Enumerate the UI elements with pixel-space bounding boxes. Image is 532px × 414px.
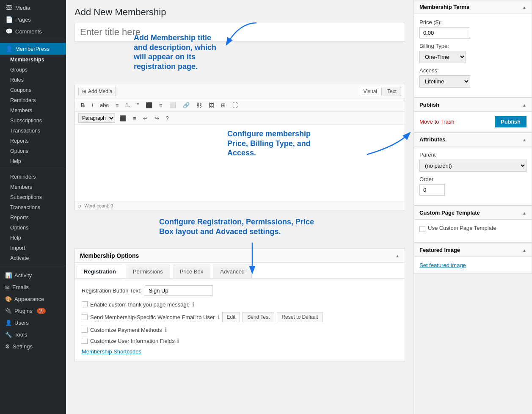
edit-button[interactable]: Edit <box>222 312 240 322</box>
ordered-list-button[interactable]: 1. <box>123 101 133 110</box>
checkbox-payment-methods-input[interactable] <box>82 327 88 333</box>
help-button[interactable]: ? <box>163 114 171 123</box>
sidebar-item-plugins[interactable]: 🔌 Plugins 19 <box>0 304 66 316</box>
featured-image-collapse[interactable] <box>522 247 526 253</box>
memberpress-submenu: Memberships Groups Rules Coupons Reminde… <box>0 55 66 166</box>
sidebar-sub-members[interactable]: Members <box>0 105 66 116</box>
set-featured-image-link[interactable]: Set featured image <box>419 262 466 268</box>
tab-visual[interactable]: Visual <box>359 87 382 96</box>
sidebar-sub-reminders-2[interactable]: Reminders <box>0 172 66 182</box>
sidebar-item-comments[interactable]: 💬 Comments <box>0 25 66 37</box>
membership-terms-header: Membership Terms <box>414 0 532 14</box>
tab-text[interactable]: Text <box>383 87 401 96</box>
align-center-2-button[interactable]: ≡ <box>130 114 139 123</box>
sidebar-sub-groups[interactable]: Groups <box>0 65 66 75</box>
tab-permissions[interactable]: Permissions <box>126 265 170 278</box>
add-media-label: Add Media <box>88 88 112 94</box>
annotation-arrow-2 <box>363 129 413 163</box>
info-icon-2[interactable]: ℹ <box>218 314 220 320</box>
order-input[interactable] <box>419 184 445 196</box>
align-right-button[interactable]: ⬜ <box>167 101 179 110</box>
italic-button[interactable]: I <box>89 101 96 110</box>
link-button[interactable]: 🔗 <box>180 101 192 110</box>
custom-page-template-body: Use Custom Page Template <box>414 220 532 242</box>
attributes-collapse[interactable] <box>522 137 526 143</box>
annotation-text-3: Configure Registration, Permissions, Pri… <box>159 217 413 236</box>
undo-button[interactable]: ↩ <box>141 114 150 123</box>
align-left-button[interactable]: ⬛ <box>143 101 155 110</box>
parent-select[interactable]: (no parent) <box>419 160 526 172</box>
fullscreen-button[interactable]: ⛶ <box>230 101 240 110</box>
sidebar-item-users[interactable]: 👤 Users <box>0 316 66 328</box>
align-center-button[interactable]: ≡ <box>157 101 165 110</box>
sidebar-sub-options-1[interactable]: Options <box>0 146 66 156</box>
sidebar-label-appearance: Appearance <box>14 296 44 302</box>
unordered-list-button[interactable]: ≡ <box>113 101 121 110</box>
sidebar-sub-subscriptions[interactable]: Subscriptions <box>0 116 66 126</box>
sidebar-label-plugins: Plugins <box>14 308 33 314</box>
sidebar-sub-reports-1[interactable]: Reports <box>0 136 66 146</box>
custom-page-template-collapse[interactable] <box>522 210 526 216</box>
billing-type-select[interactable]: One-Time Recurring <box>419 51 466 63</box>
info-icon-1[interactable]: ℹ <box>192 301 194 308</box>
price-label: Price ($): <box>419 19 526 25</box>
title-input[interactable] <box>74 23 405 41</box>
strikethrough-button[interactable]: abc <box>97 101 111 110</box>
sidebar-item-appearance[interactable]: 🎨 Appearance <box>0 293 66 304</box>
insert-image-button[interactable]: 🖼 <box>206 101 217 110</box>
sidebar-sub-coupons[interactable]: Coupons <box>0 85 66 95</box>
sidebar-sub-help-1[interactable]: Help <box>0 156 66 166</box>
membership-shortcodes-link[interactable]: Membership Shortcodes <box>82 348 141 355</box>
publish-collapse[interactable] <box>522 102 526 108</box>
sidebar-item-settings[interactable]: ⚙ Settings <box>0 340 66 352</box>
sidebar-sub-subscriptions-2[interactable]: Subscriptions <box>0 192 66 202</box>
info-icon-4[interactable]: ℹ <box>177 337 179 344</box>
add-media-button[interactable]: ⊞ Add Media <box>78 87 116 96</box>
editor-content[interactable] <box>75 125 405 201</box>
sidebar-item-media[interactable]: 🖼 Media <box>0 2 66 14</box>
access-select[interactable]: Lifetime Fixed Date Expire After <box>419 75 470 88</box>
move-to-trash-link[interactable]: Move to Trash <box>419 119 454 125</box>
sidebar-item-pages[interactable]: 📄 Pages <box>0 14 66 25</box>
sidebar-sub-transactions-2[interactable]: Transactions <box>0 202 66 213</box>
table-button[interactable]: ⊞ <box>218 101 228 110</box>
sidebar-sub-options-2[interactable]: Options <box>0 223 66 233</box>
checkbox-user-info-fields: Customize User Information Fields ℹ <box>82 337 398 344</box>
checkbox-welcome-email-input[interactable] <box>82 314 88 320</box>
custom-template-checkbox[interactable] <box>419 226 425 232</box>
reset-to-default-button[interactable]: Reset to Default <box>277 312 323 322</box>
blockquote-button[interactable]: " <box>134 101 141 110</box>
send-test-button[interactable]: Send Test <box>243 312 274 322</box>
reg-button-text-input[interactable] <box>145 285 212 296</box>
tab-registration[interactable]: Registration <box>77 265 123 278</box>
sidebar-sub-import[interactable]: Import <box>0 243 66 253</box>
sidebar-sub-reminders[interactable]: Reminders <box>0 95 66 105</box>
checkbox-user-info-fields-input[interactable] <box>82 338 88 344</box>
align-left-2-button[interactable]: ⬛ <box>117 114 129 123</box>
price-input[interactable] <box>419 27 470 39</box>
checkbox-thank-you-label: Enable custom thank you page message <box>90 301 190 308</box>
membership-terms-collapse[interactable] <box>522 4 526 10</box>
sidebar-sub-activate[interactable]: Activate <box>0 253 66 263</box>
sidebar-sub-transactions[interactable]: Transactions <box>0 126 66 136</box>
format-select[interactable]: Paragraph <box>78 113 115 123</box>
tab-price-box[interactable]: Price Box <box>173 265 211 278</box>
sidebar-item-memberpress[interactable]: 👤 MemberPress <box>0 43 66 55</box>
sidebar-sub-reports-2[interactable]: Reports <box>0 213 66 223</box>
sidebar-sub-memberships[interactable]: Memberships <box>0 55 66 65</box>
sidebar-item-activity[interactable]: 📊 Activity <box>0 269 66 281</box>
sidebar-sub-rules[interactable]: Rules <box>0 75 66 85</box>
redo-button[interactable]: ↪ <box>152 114 162 123</box>
info-icon-3[interactable]: ℹ <box>165 326 167 333</box>
membership-options-title: Membership Options <box>80 252 139 259</box>
sidebar-sub-members-2[interactable]: Members <box>0 182 66 192</box>
checkbox-thank-you-input[interactable] <box>82 301 88 307</box>
unlink-button[interactable]: ⛓ <box>194 101 204 110</box>
sidebar-item-emails[interactable]: ✉ Emails <box>0 281 66 293</box>
bold-button[interactable]: B <box>78 101 87 110</box>
membership-options-collapse[interactable] <box>395 253 400 259</box>
sidebar-sub-help-2[interactable]: Help <box>0 233 66 243</box>
reg-button-text-label: Registration Button Text: <box>82 287 141 294</box>
sidebar-item-tools[interactable]: 🔧 Tools <box>0 328 66 340</box>
publish-button[interactable]: Publish <box>495 116 526 127</box>
